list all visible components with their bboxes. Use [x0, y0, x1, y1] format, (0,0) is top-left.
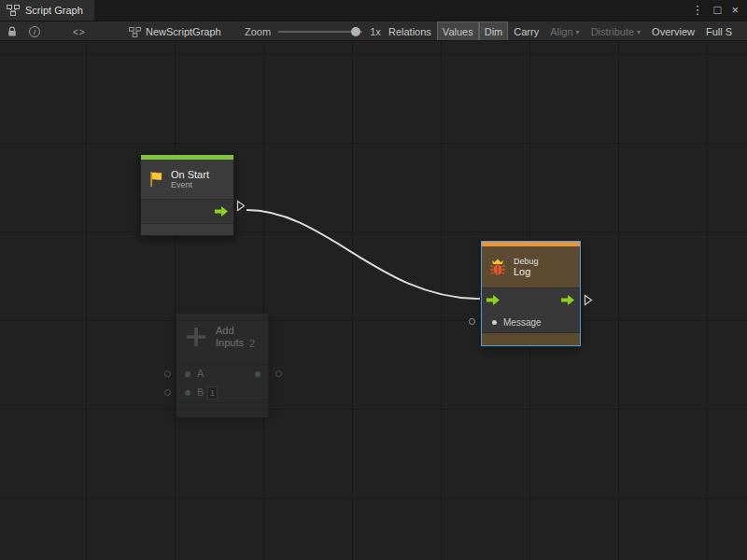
input-b-port[interactable]: [185, 390, 190, 396]
add-inputs-footer: [176, 402, 268, 417]
tab-script-graph[interactable]: Script Graph: [0, 0, 94, 21]
on-start-header: On Start Event: [141, 160, 233, 199]
debug-log-header: Debug Log: [482, 246, 580, 287]
kebab-menu-icon[interactable]: ⋮: [692, 0, 704, 21]
overview-button[interactable]: Overview: [646, 21, 700, 41]
add-inputs-noun: Inputs: [216, 337, 244, 349]
input-b-value-field[interactable]: 1: [207, 386, 218, 399]
debug-log-title: Log: [514, 266, 539, 278]
input-b-label: B: [197, 386, 204, 398]
output-sum-port[interactable]: [255, 371, 261, 377]
fullscreen-button[interactable]: Full S: [700, 21, 738, 41]
zoom-label: Zoom: [245, 26, 271, 37]
debug-log-message-row: Message: [482, 312, 580, 332]
chevron-down-icon: ▾: [637, 22, 641, 42]
close-icon[interactable]: ×: [731, 0, 739, 21]
zoom-slider[interactable]: [278, 21, 362, 41]
lock-icon[interactable]: [7, 21, 18, 41]
maximize-icon[interactable]: □: [714, 0, 722, 21]
code-icon[interactable]: <>: [73, 21, 86, 41]
align-button-label: Align: [550, 22, 572, 42]
script-graph-icon: [7, 5, 20, 16]
graph-canvas[interactable]: On Start Event Debug Log: [0, 41, 747, 560]
input-row-a: A: [176, 365, 268, 384]
chevron-down-icon: ▾: [576, 22, 580, 42]
input-a-port[interactable]: [185, 371, 190, 377]
node-on-start[interactable]: On Start Event: [140, 154, 234, 236]
debug-log-flow-row: [482, 287, 580, 312]
add-inputs-count[interactable]: 2: [249, 338, 255, 349]
titlebar: Script Graph ⋮ □ ×: [0, 0, 747, 21]
node-debug-log[interactable]: Debug Log Message: [481, 241, 581, 346]
output-connector-circle[interactable]: [275, 371, 282, 377]
toolbar-buttons: Relations Values Dim Carry Align ▾ Distr…: [383, 21, 747, 41]
add-inputs-verb: Add: [216, 325, 244, 337]
flag-icon: [147, 170, 165, 189]
zoom-group: Zoom 1x: [245, 21, 381, 41]
plus-icon: [184, 325, 208, 349]
on-start-footer: [141, 223, 233, 235]
graph-ref-icon: [129, 27, 141, 37]
zoom-slider-track: [278, 31, 362, 33]
debug-log-footer: [482, 332, 580, 345]
connection-wire[interactable]: [0, 41, 747, 560]
relations-button[interactable]: Relations: [383, 21, 437, 41]
tab-title: Script Graph: [25, 5, 83, 16]
debug-log-category: Debug: [514, 257, 539, 266]
output-connector-triangle[interactable]: [236, 200, 246, 212]
on-start-port-row: [141, 199, 233, 223]
on-start-subtitle: Event: [171, 180, 209, 189]
input-b-connector-circle[interactable]: [164, 389, 171, 396]
input-row-b: B 1: [176, 384, 268, 402]
zoom-slider-thumb[interactable]: [351, 27, 360, 36]
on-start-title: On Start: [171, 169, 209, 181]
toolbar: i <> NewScriptGraph Zoom 1x Relations Va…: [0, 21, 747, 41]
input-a-connector-circle[interactable]: [164, 371, 171, 377]
align-button[interactable]: Align ▾: [544, 21, 585, 41]
graph-reference[interactable]: NewScriptGraph: [129, 21, 221, 41]
bug-icon: [487, 257, 508, 277]
node-add-inputs-dimmed[interactable]: Add Inputs 2 A B 1: [176, 313, 269, 418]
flow-output-port[interactable]: [561, 294, 575, 306]
graph-name: NewScriptGraph: [146, 26, 221, 37]
info-icon-glyph: i: [29, 26, 40, 37]
carry-button[interactable]: Carry: [508, 21, 544, 41]
dim-button[interactable]: Dim: [479, 21, 509, 41]
zoom-value: 1x: [370, 26, 381, 37]
distribute-button-label: Distribute: [591, 22, 634, 42]
output-connector-triangle[interactable]: [584, 294, 593, 306]
message-connector-circle[interactable]: [469, 318, 475, 325]
message-input-port[interactable]: [492, 320, 497, 325]
values-button[interactable]: Values: [437, 21, 479, 41]
info-icon[interactable]: i: [29, 21, 40, 41]
message-port-label: Message: [503, 317, 542, 328]
input-a-label: A: [197, 368, 204, 379]
add-inputs-header: Add Inputs 2: [176, 314, 268, 360]
distribute-button[interactable]: Distribute ▾: [585, 21, 646, 41]
flow-output-port[interactable]: [215, 205, 229, 217]
flow-input-port[interactable]: [486, 294, 500, 306]
window-controls: ⋮ □ ×: [692, 0, 747, 21]
add-inputs-rows: A B 1: [176, 364, 268, 402]
